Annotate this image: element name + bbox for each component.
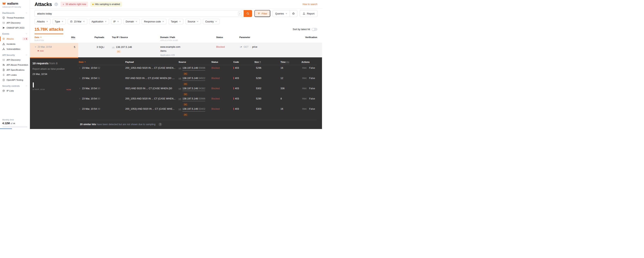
hint-action[interactable]: Hint xyxy=(302,108,306,110)
filter-button[interactable]: Filter xyxy=(254,10,270,17)
sampling-help-icon[interactable]: ? xyxy=(158,123,162,126)
sidebar-section-header-dashboards[interactable]: Dashboards xyxy=(0,10,30,15)
sidebar-section-api-security: API SecurityAPI DiscoveryAPI Abuse Preve… xyxy=(0,53,30,82)
chevron-down-icon xyxy=(285,12,288,15)
column-req-size[interactable]: Size B xyxy=(254,61,261,64)
chevron-down-icon xyxy=(46,20,48,22)
request-country[interactable]: US xyxy=(178,108,181,110)
sidebar-item-attacks[interactable]: Attacks5 xyxy=(0,36,30,42)
sidebar-item-ip-lists[interactable]: IP Lists xyxy=(0,88,30,93)
filter-chip-23-mar[interactable]: 23 Mar xyxy=(68,19,87,24)
sidebar-section-header-security-controls[interactable]: Security controls xyxy=(0,84,30,88)
false-action[interactable]: False xyxy=(309,66,315,69)
sidebar-item-threat-prevention[interactable]: Threat Prevention xyxy=(0,15,30,20)
filter-chip-country[interactable]: Country xyxy=(203,19,220,24)
how-to-search-link[interactable]: How to search xyxy=(302,3,317,6)
column-hits[interactable]: Hits xyxy=(71,36,75,39)
request-status: Blocked xyxy=(209,77,231,80)
column-req-actions[interactable]: Actions xyxy=(302,61,310,64)
filter-chips-row: AttacksType23 MarApplicationIPDomainResp… xyxy=(30,19,322,24)
http-method: GET xyxy=(244,46,249,48)
sidebar-section-header-events[interactable]: Events xyxy=(0,32,30,36)
code-status-bar-icon xyxy=(234,77,234,79)
page-help-icon[interactable]: ? xyxy=(54,2,58,6)
request-country[interactable]: US xyxy=(178,88,181,90)
search-button[interactable] xyxy=(244,10,252,17)
false-action[interactable]: False xyxy=(309,97,315,100)
sidebar-section-header-api-security[interactable]: API Security xyxy=(0,53,30,57)
report-false-positive-link[interactable]: Report attack as false positive xyxy=(32,68,77,70)
sidebar-item-incidents[interactable]: Incidents xyxy=(0,42,30,46)
search-input[interactable] xyxy=(35,10,252,17)
search-toolbar: / Filter Queries Report xyxy=(30,10,322,17)
request-ip[interactable]: 138.197.5.146:55696 xyxy=(182,66,205,70)
request-country[interactable]: US xyxy=(178,98,181,100)
column-req-time[interactable]: Time ms xyxy=(280,61,289,64)
usage-progress-fill xyxy=(0,128,12,129)
sort-toggle[interactable] xyxy=(312,28,317,31)
attacks-table-header: Date DURATION Hits Payloads Top IP / Sou… xyxy=(30,36,322,43)
request-country[interactable]: US xyxy=(178,77,181,80)
request-country[interactable]: US xyxy=(178,67,181,69)
sidebar-item-openapi-testing[interactable]: OpenAPI Testing xyxy=(0,78,30,82)
filter-chip-response-code[interactable]: Response code xyxy=(142,19,166,24)
sidebar-item-api-specifications[interactable]: API Specifications xyxy=(0,68,30,72)
collapse-chevron-icon[interactable] xyxy=(34,46,36,48)
sidebar-item-api-discovery[interactable]: API Discovery xyxy=(0,57,30,62)
filter-chip-domain[interactable]: Domain xyxy=(123,19,140,24)
hint-action[interactable]: Hint xyxy=(302,66,306,69)
datacenter-tag[interactable]: DC xyxy=(183,93,188,96)
favorite-query-button[interactable] xyxy=(290,10,297,17)
column-top-ip: Top IP / Source xyxy=(107,36,154,41)
country-code[interactable]: US xyxy=(112,46,114,48)
sidebar-item-api-abuse-prevention[interactable]: API Abuse Prevention xyxy=(0,62,30,68)
attack-details-panel: 10 requests from 8 Report attack as fals… xyxy=(30,57,322,129)
chevron-down-icon xyxy=(117,20,119,22)
filter-chip-ip[interactable]: IP xyxy=(111,19,122,24)
request-row[interactable]: 23 Mar, 10:54:51053' AND 5020 IN ... CT … xyxy=(77,75,322,86)
request-ip[interactable]: 138.197.5.146:53986 xyxy=(182,97,205,101)
false-action[interactable]: False xyxy=(309,77,315,80)
sampling-dot-icon xyxy=(92,4,94,5)
column-date[interactable]: Date xyxy=(34,36,42,38)
request-ip[interactable]: 138.197.5.146:54922 xyxy=(182,77,205,81)
attack-application: Application #29 xyxy=(160,54,210,56)
false-action[interactable]: False xyxy=(309,108,315,110)
request-row[interactable]: 23 Mar, 10:54:50053') AND 5020 IN ... CT… xyxy=(77,86,322,96)
datacenter-tag[interactable]: DC xyxy=(183,72,188,75)
hint-action[interactable]: Hint xyxy=(302,97,306,100)
request-row[interactable]: 23 Mar, 10:54:52200_1053 AND 5020 IN ...… xyxy=(77,65,322,75)
sidebar-item-vulnerabilities[interactable]: Vulnerabilities xyxy=(0,46,30,52)
page-header: Attacks ? 33 attacks right now Hits samp… xyxy=(30,0,322,9)
attack-row-selected[interactable]: 23 Mar, 10:54 now 5 3 SQLi US 138.197.5.… xyxy=(30,43,322,57)
request-ip[interactable]: 138.197.5.146:54382 xyxy=(182,87,205,91)
datacenter-tag[interactable]: DC xyxy=(183,83,188,86)
sidebar-item-api-discovery[interactable]: API Discovery xyxy=(0,20,30,25)
attack-payloads[interactable]: 3 SQLi xyxy=(78,46,107,48)
attacks-live-badge: 5 xyxy=(22,37,28,40)
datacenter-tag[interactable]: DC xyxy=(116,50,121,53)
request-row[interactable]: 23 Mar, 10:54:50200_1053 AND 5020 IN ...… xyxy=(77,96,322,106)
request-row[interactable]: 23 Mar, 10:54:49200_1053) AND 5020 IN ..… xyxy=(77,106,322,116)
filter-chip-type[interactable]: Type xyxy=(52,19,66,24)
queries-dropdown[interactable]: Queries xyxy=(273,10,290,17)
datacenter-tag[interactable]: DC xyxy=(183,113,188,116)
hint-action[interactable]: Hint xyxy=(302,87,306,90)
attacks-right-now-badge[interactable]: 33 attacks right now xyxy=(60,2,88,7)
false-action[interactable]: False xyxy=(309,87,315,90)
filter-chip-target[interactable]: Target xyxy=(168,19,184,24)
sort-desc-icon xyxy=(84,62,86,62)
report-button[interactable]: Report xyxy=(300,10,317,17)
sidebar-item-api-leaks[interactable]: API Leaks xyxy=(0,72,30,78)
filter-chip-source[interactable]: Source xyxy=(185,19,201,24)
datacenter-tag[interactable]: DC xyxy=(183,103,188,106)
attack-path: /items xyxy=(160,50,210,52)
filter-chip-application[interactable]: Application xyxy=(89,19,109,24)
braces-check-icon xyxy=(2,58,5,61)
hint-action[interactable]: Hint xyxy=(302,77,306,80)
filter-chip-attacks[interactable]: Attacks xyxy=(34,19,50,24)
column-req-date[interactable]: Date xyxy=(79,61,86,63)
request-ip[interactable]: 138.197.5.146:53402 xyxy=(182,108,205,112)
attack-ip[interactable]: 138.197.5.146 xyxy=(116,46,132,48)
sidebar-item-owasp-api-2023[interactable]: OWASP API 2023 xyxy=(0,25,30,30)
